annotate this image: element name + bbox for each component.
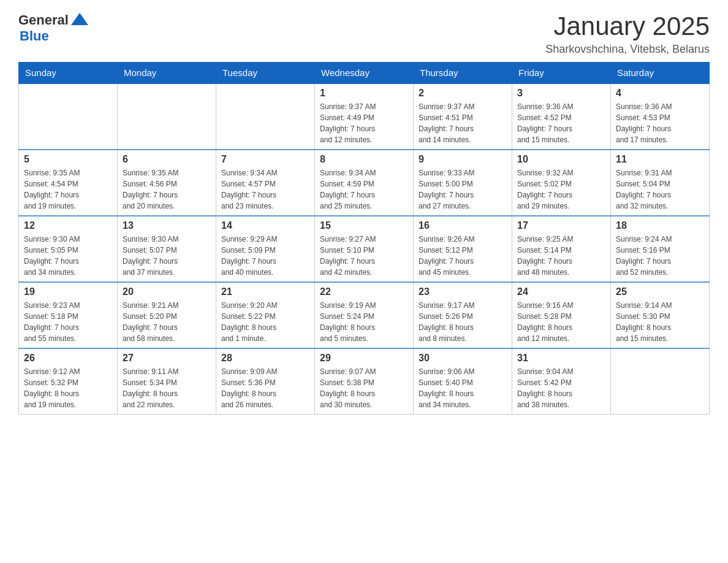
day-number: 14: [221, 220, 309, 231]
day-number: 24: [517, 286, 605, 297]
day-number: 19: [24, 286, 112, 297]
calendar-cell: 16Sunrise: 9:26 AM Sunset: 5:12 PM Dayli…: [414, 216, 512, 282]
logo-icon: [71, 13, 88, 26]
day-number: 21: [221, 286, 309, 297]
day-info: Sunrise: 9:37 AM Sunset: 4:49 PM Dayligh…: [320, 101, 408, 145]
calendar-cell: 5Sunrise: 9:35 AM Sunset: 4:54 PM Daylig…: [19, 150, 118, 216]
day-number: 13: [123, 220, 211, 231]
day-info: Sunrise: 9:36 AM Sunset: 4:52 PM Dayligh…: [517, 101, 605, 145]
calendar-cell: [118, 83, 216, 150]
day-info: Sunrise: 9:16 AM Sunset: 5:28 PM Dayligh…: [517, 300, 605, 344]
calendar-cell: 1Sunrise: 9:37 AM Sunset: 4:49 PM Daylig…: [315, 83, 414, 150]
calendar-cell: 13Sunrise: 9:30 AM Sunset: 5:07 PM Dayli…: [118, 216, 216, 282]
header-saturday: Saturday: [611, 63, 710, 84]
day-number: 29: [320, 353, 408, 364]
day-info: Sunrise: 9:04 AM Sunset: 5:42 PM Dayligh…: [517, 366, 605, 410]
logo: General Blue: [18, 12, 88, 44]
calendar-cell: 23Sunrise: 9:17 AM Sunset: 5:26 PM Dayli…: [414, 282, 512, 348]
day-info: Sunrise: 9:17 AM Sunset: 5:26 PM Dayligh…: [419, 300, 507, 344]
week-row-2: 5Sunrise: 9:35 AM Sunset: 4:54 PM Daylig…: [19, 150, 710, 216]
calendar-cell: 24Sunrise: 9:16 AM Sunset: 5:28 PM Dayli…: [512, 282, 611, 348]
day-info: Sunrise: 9:35 AM Sunset: 4:54 PM Dayligh…: [24, 167, 112, 212]
day-info: Sunrise: 9:23 AM Sunset: 5:18 PM Dayligh…: [24, 300, 112, 344]
day-number: 22: [320, 286, 408, 297]
day-info: Sunrise: 9:33 AM Sunset: 5:00 PM Dayligh…: [419, 167, 507, 212]
calendar-header-row: SundayMondayTuesdayWednesdayThursdayFrid…: [19, 63, 710, 84]
day-number: 26: [24, 353, 112, 364]
day-info: Sunrise: 9:11 AM Sunset: 5:34 PM Dayligh…: [123, 366, 211, 410]
calendar-cell: 11Sunrise: 9:31 AM Sunset: 5:04 PM Dayli…: [611, 150, 710, 216]
calendar-cell: 7Sunrise: 9:34 AM Sunset: 4:57 PM Daylig…: [216, 150, 315, 216]
day-number: 31: [517, 353, 605, 364]
day-number: 7: [221, 154, 309, 165]
day-number: 12: [24, 220, 112, 231]
day-number: 2: [419, 88, 507, 99]
day-info: Sunrise: 9:12 AM Sunset: 5:32 PM Dayligh…: [24, 366, 112, 410]
day-number: 3: [517, 88, 605, 99]
day-info: Sunrise: 9:37 AM Sunset: 4:51 PM Dayligh…: [419, 101, 507, 145]
page-header: General Blue January 2025 Sharkovshchina…: [18, 12, 710, 56]
day-info: Sunrise: 9:30 AM Sunset: 5:07 PM Dayligh…: [123, 234, 211, 278]
header-tuesday: Tuesday: [216, 63, 315, 84]
calendar-table: SundayMondayTuesdayWednesdayThursdayFrid…: [18, 62, 710, 415]
day-info: Sunrise: 9:07 AM Sunset: 5:38 PM Dayligh…: [320, 366, 408, 410]
day-number: 1: [320, 88, 408, 99]
day-number: 25: [616, 286, 704, 297]
day-info: Sunrise: 9:19 AM Sunset: 5:24 PM Dayligh…: [320, 300, 408, 344]
calendar-cell: 21Sunrise: 9:20 AM Sunset: 5:22 PM Dayli…: [216, 282, 315, 348]
day-number: 20: [123, 286, 211, 297]
svg-marker-0: [71, 13, 88, 25]
day-info: Sunrise: 9:06 AM Sunset: 5:40 PM Dayligh…: [419, 366, 507, 410]
day-info: Sunrise: 9:36 AM Sunset: 4:53 PM Dayligh…: [616, 101, 704, 145]
day-info: Sunrise: 9:09 AM Sunset: 5:36 PM Dayligh…: [221, 366, 309, 410]
day-info: Sunrise: 9:34 AM Sunset: 4:59 PM Dayligh…: [320, 167, 408, 212]
day-info: Sunrise: 9:25 AM Sunset: 5:14 PM Dayligh…: [517, 234, 605, 278]
calendar-cell: 9Sunrise: 9:33 AM Sunset: 5:00 PM Daylig…: [414, 150, 512, 216]
calendar-cell: [216, 83, 315, 150]
day-info: Sunrise: 9:21 AM Sunset: 5:20 PM Dayligh…: [123, 300, 211, 344]
calendar-cell: 6Sunrise: 9:35 AM Sunset: 4:56 PM Daylig…: [118, 150, 216, 216]
logo-general-text: General: [18, 12, 69, 28]
calendar-cell: 25Sunrise: 9:14 AM Sunset: 5:30 PM Dayli…: [611, 282, 710, 348]
calendar-cell: 14Sunrise: 9:29 AM Sunset: 5:09 PM Dayli…: [216, 216, 315, 282]
calendar-cell: 31Sunrise: 9:04 AM Sunset: 5:42 PM Dayli…: [512, 348, 611, 415]
day-info: Sunrise: 9:29 AM Sunset: 5:09 PM Dayligh…: [221, 234, 309, 278]
day-number: 9: [419, 154, 507, 165]
month-title: January 2025: [545, 12, 710, 40]
calendar-cell: 26Sunrise: 9:12 AM Sunset: 5:32 PM Dayli…: [19, 348, 118, 415]
header-wednesday: Wednesday: [315, 63, 414, 84]
day-number: 15: [320, 220, 408, 231]
calendar-cell: [19, 83, 118, 150]
day-info: Sunrise: 9:20 AM Sunset: 5:22 PM Dayligh…: [221, 300, 309, 344]
calendar-cell: 3Sunrise: 9:36 AM Sunset: 4:52 PM Daylig…: [512, 83, 611, 150]
day-info: Sunrise: 9:34 AM Sunset: 4:57 PM Dayligh…: [221, 167, 309, 212]
day-number: 27: [123, 353, 211, 364]
day-info: Sunrise: 9:14 AM Sunset: 5:30 PM Dayligh…: [616, 300, 704, 344]
day-info: Sunrise: 9:30 AM Sunset: 5:05 PM Dayligh…: [24, 234, 112, 278]
day-info: Sunrise: 9:35 AM Sunset: 4:56 PM Dayligh…: [123, 167, 211, 212]
day-number: 8: [320, 154, 408, 165]
calendar-cell: 27Sunrise: 9:11 AM Sunset: 5:34 PM Dayli…: [118, 348, 216, 415]
week-row-1: 1Sunrise: 9:37 AM Sunset: 4:49 PM Daylig…: [19, 83, 710, 150]
day-number: 6: [123, 154, 211, 165]
day-number: 28: [221, 353, 309, 364]
day-info: Sunrise: 9:27 AM Sunset: 5:10 PM Dayligh…: [320, 234, 408, 278]
calendar-cell: 22Sunrise: 9:19 AM Sunset: 5:24 PM Dayli…: [315, 282, 414, 348]
day-number: 4: [616, 88, 704, 99]
week-row-3: 12Sunrise: 9:30 AM Sunset: 5:05 PM Dayli…: [19, 216, 710, 282]
calendar-cell: [611, 348, 710, 415]
calendar-cell: 20Sunrise: 9:21 AM Sunset: 5:20 PM Dayli…: [118, 282, 216, 348]
location: Sharkovshchina, Vitebsk, Belarus: [545, 43, 710, 56]
week-row-5: 26Sunrise: 9:12 AM Sunset: 5:32 PM Dayli…: [19, 348, 710, 415]
day-number: 30: [419, 353, 507, 364]
calendar-cell: 2Sunrise: 9:37 AM Sunset: 4:51 PM Daylig…: [414, 83, 512, 150]
header-thursday: Thursday: [414, 63, 512, 84]
day-info: Sunrise: 9:24 AM Sunset: 5:16 PM Dayligh…: [616, 234, 704, 278]
calendar-cell: 4Sunrise: 9:36 AM Sunset: 4:53 PM Daylig…: [611, 83, 710, 150]
day-number: 18: [616, 220, 704, 231]
header-monday: Monday: [118, 63, 216, 84]
day-number: 16: [419, 220, 507, 231]
logo-blue-text: Blue: [20, 28, 49, 44]
week-row-4: 19Sunrise: 9:23 AM Sunset: 5:18 PM Dayli…: [19, 282, 710, 348]
calendar-cell: 8Sunrise: 9:34 AM Sunset: 4:59 PM Daylig…: [315, 150, 414, 216]
